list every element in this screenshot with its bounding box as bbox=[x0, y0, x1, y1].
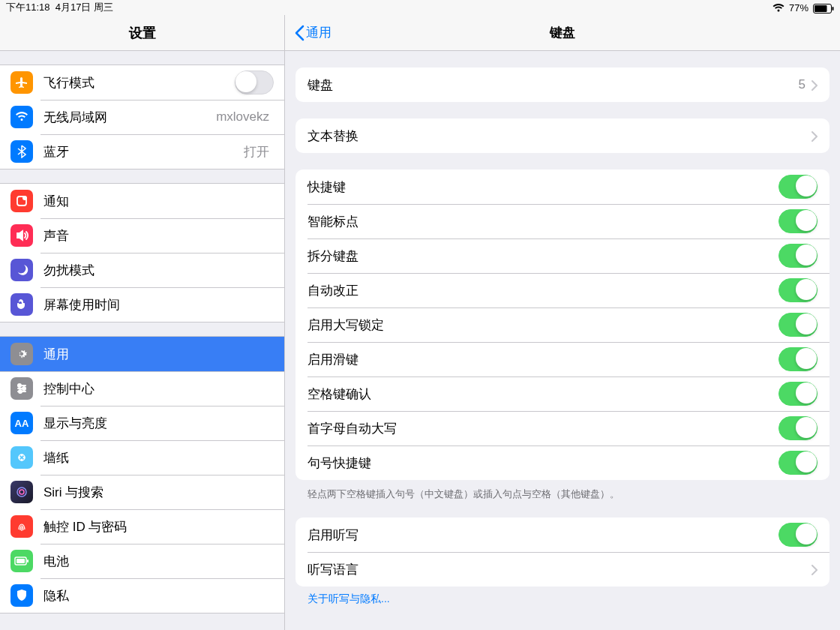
time-text: 下午11:18 bbox=[6, 2, 50, 13]
status-bar: 下午11:18 4月17日 周三 77% bbox=[0, 0, 840, 15]
sidebar-item-label: 无线局域网 bbox=[44, 109, 216, 126]
toggle[interactable] bbox=[778, 175, 818, 199]
toggle[interactable] bbox=[778, 313, 818, 337]
display-icon: AA bbox=[10, 412, 33, 434]
back-button[interactable]: 通用 bbox=[294, 24, 332, 41]
row-keyboards[interactable]: 键盘 5 bbox=[296, 68, 830, 102]
sidebar-item-bluetooth[interactable]: 蓝牙 打开 bbox=[0, 134, 284, 169]
row-toggle[interactable]: 快捷键 bbox=[296, 170, 830, 204]
sidebar-item-controlcenter[interactable]: 控制中心 bbox=[0, 371, 284, 406]
chevron-right-icon bbox=[812, 564, 818, 574]
row-label: 启用滑键 bbox=[308, 351, 778, 368]
sidebar-group-2: 通知 声音 勿扰模式 屏幕使用时间 bbox=[0, 183, 284, 322]
sidebar-item-label: 声音 bbox=[44, 227, 274, 244]
airplane-toggle[interactable] bbox=[235, 70, 274, 94]
sidebar-item-privacy[interactable]: 隐私 bbox=[0, 578, 284, 613]
toggle[interactable] bbox=[778, 347, 818, 371]
svg-rect-17 bbox=[27, 560, 28, 562]
sidebar-item-wallpaper[interactable]: 墙纸 bbox=[0, 440, 284, 475]
sidebar-item-dnd[interactable]: 勿扰模式 bbox=[0, 253, 284, 287]
row-toggle[interactable]: 自动改正 bbox=[296, 273, 830, 308]
toggle[interactable] bbox=[778, 382, 818, 406]
date-text: 4月17日 周三 bbox=[56, 2, 113, 13]
battery-settings-icon bbox=[10, 550, 33, 572]
sidebar-item-label: 通用 bbox=[44, 346, 274, 363]
sidebar-item-label: 显示与亮度 bbox=[44, 415, 274, 432]
main-panel: 通用 键盘 键盘 5 文本替换 快捷键智能标点拆分键盘自动改正启用大写锁定启用滑… bbox=[285, 15, 840, 630]
row-dictation[interactable]: 启用听写 bbox=[296, 518, 830, 552]
svg-point-9 bbox=[21, 454, 23, 457]
battery-icon bbox=[813, 2, 834, 13]
sidebar-item-sounds[interactable]: 声音 bbox=[0, 218, 284, 253]
sidebar-item-screentime[interactable]: 屏幕使用时间 bbox=[0, 287, 284, 322]
svg-point-7 bbox=[19, 390, 22, 393]
sidebar-item-notifications[interactable]: 通知 bbox=[0, 184, 284, 218]
sidebar-item-detail: mxlovekz bbox=[216, 110, 269, 124]
dictation-toggle[interactable] bbox=[778, 523, 818, 547]
svg-point-13 bbox=[17, 488, 26, 496]
main-header: 通用 键盘 bbox=[285, 15, 840, 51]
svg-point-5 bbox=[18, 384, 21, 387]
sidebar-item-general[interactable]: 通用 bbox=[0, 337, 284, 371]
row-label: 空格键确认 bbox=[308, 386, 778, 403]
row-label: 拆分键盘 bbox=[308, 248, 778, 265]
sidebar: 设置 飞行模式 无线局域网 mxlovekz 蓝牙 打开 通知 bbox=[0, 15, 285, 630]
wallpaper-icon bbox=[10, 446, 33, 469]
sounds-icon bbox=[10, 224, 33, 247]
sidebar-group-3: 通用 控制中心 AA 显示与亮度 墙纸 Siri 与搜索 触控 ID 与密码 bbox=[0, 336, 284, 614]
row-toggle[interactable]: 首字母自动大写 bbox=[296, 411, 830, 446]
sidebar-item-label: 通知 bbox=[44, 193, 274, 210]
svg-point-4 bbox=[22, 196, 27, 200]
sidebar-item-detail: 打开 bbox=[244, 143, 269, 160]
row-toggle[interactable]: 空格键确认 bbox=[296, 376, 830, 411]
row-label: 自动改正 bbox=[308, 282, 778, 299]
row-toggle[interactable]: 启用大写锁定 bbox=[296, 308, 830, 342]
row-label: 启用大写锁定 bbox=[308, 316, 778, 334]
row-toggle[interactable]: 智能标点 bbox=[296, 204, 830, 238]
dnd-icon bbox=[10, 259, 33, 281]
sidebar-item-label: 屏幕使用时间 bbox=[44, 296, 274, 314]
dictation-privacy-link[interactable]: 关于听写与隐私... bbox=[308, 592, 818, 606]
privacy-icon bbox=[10, 584, 33, 607]
sidebar-item-airplane[interactable]: 飞行模式 bbox=[0, 65, 284, 100]
row-toggle[interactable]: 拆分键盘 bbox=[296, 238, 830, 273]
sidebar-item-touchid[interactable]: 触控 ID 与密码 bbox=[0, 509, 284, 544]
sidebar-item-label: 勿扰模式 bbox=[44, 262, 274, 279]
notifications-icon bbox=[10, 190, 33, 212]
sidebar-item-label: 墙纸 bbox=[44, 449, 274, 466]
toggle[interactable] bbox=[778, 451, 818, 475]
sidebar-item-label: 控制中心 bbox=[44, 380, 274, 398]
toggle[interactable] bbox=[778, 209, 818, 233]
svg-rect-16 bbox=[16, 559, 25, 563]
screentime-icon bbox=[10, 293, 33, 316]
chevron-right-icon bbox=[812, 80, 818, 90]
sidebar-item-wifi[interactable]: 无线局域网 mxlovekz bbox=[0, 100, 284, 134]
row-label: 启用听写 bbox=[308, 526, 778, 544]
svg-rect-1 bbox=[814, 5, 827, 12]
toggle[interactable] bbox=[778, 244, 818, 268]
chevron-left-icon bbox=[294, 25, 304, 41]
section-text-replace: 文本替换 bbox=[296, 118, 830, 153]
sidebar-item-label: 蓝牙 bbox=[44, 143, 244, 160]
svg-point-14 bbox=[20, 490, 24, 494]
toggle[interactable] bbox=[778, 416, 818, 440]
sidebar-item-label: 电池 bbox=[44, 553, 274, 570]
row-label: 快捷键 bbox=[308, 178, 778, 196]
row-text-replace[interactable]: 文本替换 bbox=[296, 118, 830, 153]
row-toggle[interactable]: 启用滑键 bbox=[296, 342, 830, 376]
row-label: 文本替换 bbox=[308, 128, 812, 145]
sidebar-item-battery[interactable]: 电池 bbox=[0, 544, 284, 578]
row-toggle[interactable]: 句号快捷键 bbox=[296, 446, 830, 480]
svg-point-10 bbox=[23, 457, 26, 459]
svg-rect-2 bbox=[832, 7, 834, 10]
sidebar-item-siri[interactable]: Siri 与搜索 bbox=[0, 475, 284, 509]
section-toggles-footer: 轻点两下空格键插入句号（中文键盘）或插入句点与空格（其他键盘）。 bbox=[308, 488, 818, 501]
sidebar-item-label: Siri 与搜索 bbox=[44, 484, 274, 501]
sidebar-item-label: 飞行模式 bbox=[44, 74, 235, 92]
sidebar-item-display[interactable]: AA 显示与亮度 bbox=[0, 406, 284, 440]
back-label: 通用 bbox=[306, 24, 332, 41]
page-title: 键盘 bbox=[285, 24, 840, 41]
row-label: 句号快捷键 bbox=[308, 454, 778, 472]
row-dictation-lang[interactable]: 听写语言 bbox=[296, 552, 830, 586]
toggle[interactable] bbox=[778, 278, 818, 302]
